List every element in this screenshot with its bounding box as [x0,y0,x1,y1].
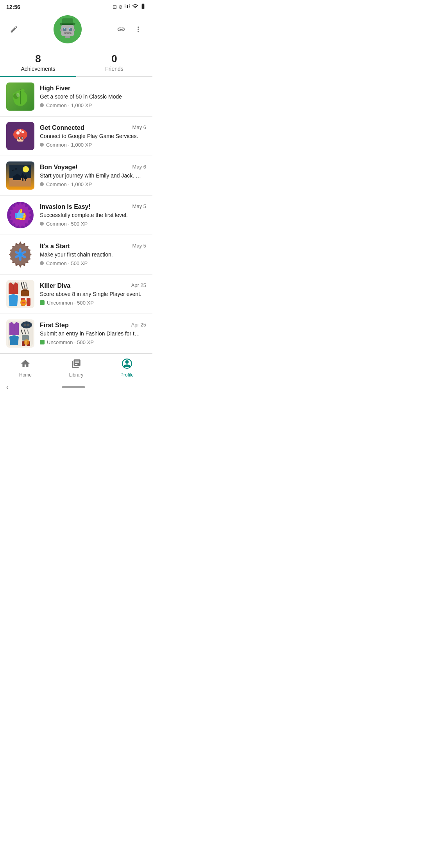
svg-point-65 [24,324,26,326]
achievement-item[interactable]: Bon Voyage! May 6 Start your journey wit… [0,156,152,195]
achievement-desc: Get a score of 50 in Classic Mode [40,93,146,100]
achievement-badge-mushroom [6,122,34,150]
achievement-title: High Fiver [40,85,143,92]
svg-point-36 [23,166,29,172]
rarity-text: Common · 500 XP [46,221,88,227]
svg-point-28 [19,129,21,132]
achievement-date: May 5 [132,243,146,249]
rarity-dot [40,182,44,186]
vibrate-icon [124,3,131,11]
svg-rect-40 [25,179,26,181]
nav-home-label: Home [19,372,32,378]
rarity-dot [40,300,45,305]
nav-library[interactable]: Library [51,357,102,379]
achievement-meta: Uncommon · 500 XP [40,300,146,306]
friends-count: 0 [111,53,117,65]
achievement-info: Killer Diva Apr 25 Score above 8 in any … [40,282,146,305]
achievement-date: May 6 [132,124,146,130]
achievement-badge-apple [6,82,34,111]
svg-point-32 [21,137,23,139]
achievement-badge-thumbs: 👍 [6,201,34,229]
bottom-nav: Home Library Profile [0,353,152,381]
friends-tab[interactable]: 0 Friends [76,53,152,76]
achievement-title-row: Get Connected May 6 [40,124,146,131]
achievement-date: Apr 25 [131,282,146,288]
achievement-title: Killer Diva [40,282,128,289]
rarity-text: Common · 500 XP [46,260,88,266]
link-button[interactable] [113,22,129,37]
achievement-info: Get Connected May 6 Connect to Google Pl… [40,124,146,147]
profile-icon [122,359,132,371]
achievement-item[interactable]: First Step Apr 25 Submit an entry in Fas… [0,314,152,353]
rarity-text: Common · 1,000 XP [46,181,92,187]
achievement-item[interactable]: Get Connected May 6 Connect to Google Pl… [0,117,152,156]
achievement-item[interactable]: 👍 Invasion is Easy! May 5 Successfully c… [0,195,152,235]
achievement-info: Bon Voyage! May 6 Start your journey wit… [40,164,146,187]
svg-line-53 [21,282,23,289]
achievement-title-row: Killer Diva Apr 25 [40,282,146,289]
svg-rect-5 [63,28,66,31]
signal-icon [132,3,138,11]
notification-icon: ⊡ [113,4,117,10]
home-indicator [62,386,85,388]
svg-point-26 [16,131,20,135]
achievement-badge-fashion [6,280,34,308]
achievement-title: It's a Start [40,243,129,250]
achievements-tab[interactable]: 8 Achievements [0,53,76,77]
svg-point-14 [60,29,63,31]
header-right [113,22,146,37]
achievement-item[interactable]: Killer Diva Apr 25 Score above 8 in any … [0,274,152,314]
rarity-dot [40,222,44,226]
library-icon [71,359,81,371]
achievement-meta: Uncommon · 500 XP [40,339,146,345]
svg-rect-8 [69,28,70,29]
achievement-title-row: High Fiver [40,85,146,92]
achievement-title-row: First Step Apr 25 [40,322,146,329]
achievement-date: Apr 25 [131,322,146,328]
achievement-badge-night [6,161,34,190]
svg-line-54 [23,282,25,289]
achievement-title-row: It's a Start May 5 [40,243,146,250]
achievement-meta: Common · 1,000 XP [40,102,146,108]
nav-profile[interactable]: Profile [102,357,152,379]
svg-point-31 [18,137,20,139]
rarity-text: Uncommon · 500 XP [47,300,94,306]
achievement-badge-star [6,240,34,269]
achievement-item[interactable]: High Fiver Get a score of 50 in Classic … [0,77,152,117]
header [0,12,152,48]
svg-rect-12 [68,33,68,34]
achievement-info: High Fiver Get a score of 50 in Classic … [40,85,146,108]
rarity-dot [40,103,44,107]
stats-row: 8 Achievements 0 Friends [0,48,152,77]
achievement-desc: Submit an entry in Fashion Diaries for t… [40,330,146,337]
achievement-title: Invasion is Easy! [40,203,129,210]
svg-point-27 [21,131,24,133]
achievement-info: It's a Start May 5 Make your first chain… [40,243,146,266]
nav-home[interactable]: Home [0,357,51,379]
svg-rect-11 [66,33,67,34]
svg-rect-7 [64,28,65,29]
achievement-meta: Common · 1,000 XP [40,142,146,148]
achievement-desc: Successfully complete the first level. [40,212,146,219]
achievement-title-row: Bon Voyage! May 6 [40,164,146,171]
achievement-title: Get Connected [40,124,129,131]
more-button[interactable] [131,22,146,37]
achievement-badge-fashion2 [6,319,34,348]
achievements-count: 8 [35,53,41,65]
battery-icon [140,3,146,11]
edit-button[interactable] [6,22,22,37]
svg-point-73 [24,339,29,345]
achievement-meta: Common · 500 XP [40,221,146,227]
svg-rect-6 [69,28,72,31]
nav-profile-label: Profile [120,372,134,378]
rarity-dot [40,143,44,147]
svg-rect-3 [62,23,73,25]
achievement-title-row: Invasion is Easy! May 5 [40,203,146,210]
status-icons: ⊡ ⊘ [113,3,146,11]
svg-point-66 [27,324,29,326]
rarity-text: Common · 1,000 XP [46,102,92,108]
svg-rect-45 [15,213,17,218]
back-button[interactable]: ‹ [6,383,9,391]
status-time: 12:56 [6,4,20,10]
achievement-item[interactable]: It's a Start May 5 Make your first chain… [0,235,152,274]
